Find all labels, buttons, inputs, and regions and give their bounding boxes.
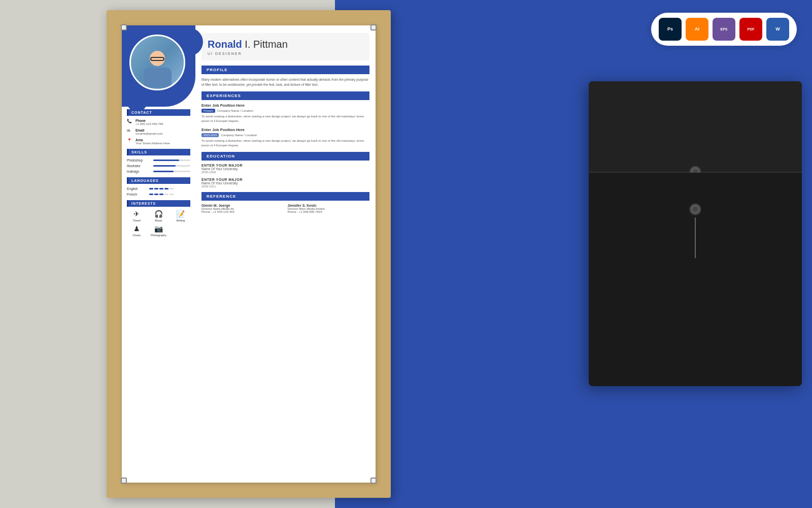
exp-1-title: Enter Job Position Here — [201, 103, 369, 108]
eps-label: EPS — [720, 27, 727, 31]
lang-dots-english — [149, 188, 174, 189]
ref-2: Jennifer S. Kevin Director Mars Media li… — [288, 204, 370, 213]
pin-top-left — [121, 24, 127, 30]
skill-bar-bg-indesign — [153, 171, 190, 172]
profile-photo — [129, 35, 185, 90]
exp-1-badge-row: Present Company Name / Location — [201, 109, 369, 113]
envelope-button-bottom — [689, 203, 701, 215]
email-label: Email — [136, 129, 163, 132]
interest-label-photography: Photography — [151, 234, 166, 237]
lang-french: French — [127, 193, 190, 196]
interest-label-writing: Writing — [176, 219, 185, 222]
job-title: UI DESIGNER — [208, 52, 363, 55]
skill-bar-bg-photoshop — [153, 160, 190, 161]
name-block: Ronald I. Pittman UI DESIGNER — [201, 33, 369, 60]
ps-label: Ps — [667, 27, 673, 31]
pin-bottom-right — [370, 478, 377, 484]
phone-label: Phone — [136, 119, 163, 122]
lang-dot — [149, 188, 153, 189]
exp-2-description: To avoid creating a distraction, when st… — [201, 139, 369, 148]
photoshop-icon[interactable]: Ps — [659, 18, 682, 41]
contact-header: CONTACT — [127, 109, 190, 116]
interests-header: INTERESTS — [127, 200, 190, 207]
lang-dot — [159, 194, 163, 195]
phone-icon: 📞 — [127, 119, 133, 125]
lang-name-french: French — [127, 193, 147, 196]
education-header: EDUCATION — [201, 152, 369, 161]
ai-label: Ai — [695, 27, 699, 31]
edu-2-university: Name Of Your University — [201, 181, 369, 185]
email-icon: ✉ — [127, 129, 133, 135]
skill-name-indesign: Indesign — [127, 170, 151, 173]
exp-1-badge: Present — [201, 109, 215, 113]
corkboard: CONTACT 📞 Phone +1 000-123-456-789 ✉ Ema… — [107, 10, 391, 498]
sidebar-content: CONTACT 📞 Phone +1 000-123-456-789 ✉ Ema… — [127, 109, 190, 237]
person-figure — [140, 51, 175, 89]
music-icon: 🎧 — [154, 210, 163, 218]
interest-photography: 📷 Photography — [149, 225, 168, 237]
edu-1-years: 2005-2009 — [201, 171, 369, 174]
software-bar: Ps Ai EPS PDF W — [651, 13, 797, 46]
experiences-header: EXPERIENCES — [201, 91, 369, 100]
exp-2-title: Enter Job Position Here — [201, 128, 369, 132]
ref-2-name: Jennifer S. Kevin — [288, 204, 370, 207]
lang-dot — [170, 194, 174, 195]
lang-dot — [164, 188, 168, 189]
edu-2-major: ENTER YOUR MAJOR — [201, 178, 369, 181]
pin-bottom-left — [121, 478, 127, 484]
person-head — [150, 51, 165, 66]
person-glasses — [150, 57, 164, 61]
word-icon[interactable]: W — [766, 18, 789, 41]
edu-2-years: 2009-2011 — [201, 185, 369, 188]
skill-name-photoshop: Photoshop — [127, 158, 151, 162]
edu-1-major: ENTER YOUR MAJOR — [201, 164, 369, 167]
last-name: I. Pittman — [242, 39, 288, 50]
exp-1-company: Company Name / Location — [217, 109, 253, 112]
skill-bar-fill-illustrator — [153, 165, 176, 167]
skill-name-illustrator: Illustrator — [127, 164, 151, 168]
pdf-icon[interactable]: PDF — [739, 18, 762, 41]
contact-area: 📍 Area Your Street Address Here — [127, 138, 190, 145]
resume-sidebar: CONTACT 📞 Phone +1 000-123-456-789 ✉ Ema… — [122, 25, 195, 483]
word-label: W — [775, 27, 780, 31]
illustrator-icon[interactable]: Ai — [686, 18, 708, 41]
chess-icon: ♟ — [133, 225, 140, 233]
photo-placeholder — [131, 36, 184, 89]
eps-icon[interactable]: EPS — [713, 18, 735, 41]
skill-bar-bg-illustrator — [153, 165, 190, 167]
skill-bar-fill-photoshop — [153, 160, 179, 161]
skill-photoshop: Photoshop — [127, 158, 190, 162]
lang-english: English — [127, 187, 190, 190]
interest-label-travel: Travel — [133, 219, 141, 222]
first-name: Ronald — [208, 39, 242, 50]
location-icon: 📍 — [127, 138, 133, 144]
blob-circle-bottom — [127, 91, 147, 112]
interest-label-chess: Chess — [132, 234, 141, 237]
lang-dot — [159, 188, 163, 189]
camera-icon: 📷 — [154, 225, 163, 233]
travel-icon: ✈ — [133, 210, 140, 218]
lang-dots-french — [149, 194, 174, 195]
interest-music: 🎧 Music — [149, 210, 168, 222]
edu-1-university: Name Of Your University — [201, 167, 369, 171]
area-value: Your Street Address Here — [136, 142, 170, 145]
skill-illustrator: Illustrator — [127, 164, 190, 168]
lang-dot — [164, 194, 168, 195]
contact-phone: 📞 Phone +1 000-123-456-789 — [127, 119, 190, 125]
skills-header: SKILLS — [127, 149, 190, 155]
profile-text: Many modern alternatives often incorpora… — [201, 77, 369, 87]
exp-2-company: Company Name / Location — [221, 134, 257, 137]
ref-1-name: Glenin M. Joerge — [201, 204, 284, 207]
pin-top-right — [370, 24, 377, 30]
pdf-label: PDF — [748, 27, 755, 31]
person-body — [144, 68, 172, 88]
reference-header: REFERENCE — [201, 192, 369, 201]
person-name: Ronald I. Pittman — [208, 38, 363, 50]
area-label: Area — [136, 138, 170, 142]
email-value: urname@gmail.com — [136, 132, 163, 135]
envelope-flap — [589, 81, 802, 173]
writing-icon: 📝 — [176, 210, 185, 218]
ref-2-phone: Phone : +1 909-995-7634 — [288, 210, 370, 213]
exp-1-description: To avoid creating a distraction, when st… — [201, 114, 369, 123]
interest-label-music: Music — [155, 219, 162, 222]
